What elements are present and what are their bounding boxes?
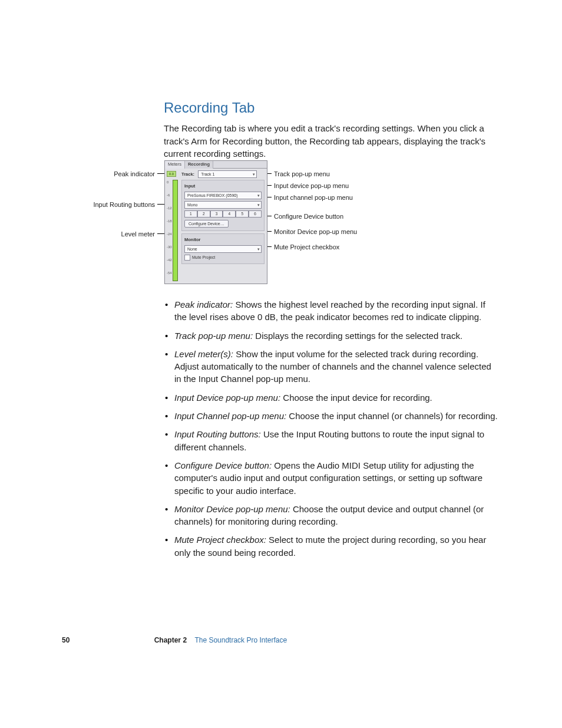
input-routing-buttons: 1 2 3 4 5 6 xyxy=(184,210,262,218)
track-label: Track: xyxy=(181,172,194,178)
callout-track-popup: Track pop-up menu xyxy=(274,170,330,179)
definition-term: Level meter(s): xyxy=(174,349,233,359)
definition-item: Configure Device button: Opens the Audio… xyxy=(164,459,500,497)
callout-configure-device-button: Configure Device button xyxy=(274,212,343,222)
definition-term: Peak indicator: xyxy=(174,299,233,309)
intro-paragraph: The Recording tab is where you edit a tr… xyxy=(164,122,500,160)
definition-list: Peak indicator: Shows the highest level … xyxy=(164,298,500,559)
definition-desc: Choose the input device for recording. xyxy=(280,393,432,403)
input-label: Input xyxy=(184,183,195,190)
definition-item: Monitor Device pop-up menu: Choose the o… xyxy=(164,503,500,528)
callout-mute-project-checkbox: Mute Project checkbox xyxy=(274,243,339,252)
meter-tick: -30 xyxy=(167,245,172,250)
chapter-label: Chapter 2 xyxy=(154,636,187,644)
monitor-section: Monitor None Mute Project xyxy=(181,233,265,264)
callout-peak-indicator: Peak indicator xyxy=(91,170,155,179)
monitor-label: Monitor xyxy=(184,237,201,243)
mute-project-checkbox[interactable]: Mute Project xyxy=(184,255,262,261)
definition-term: Mute Project checkbox: xyxy=(174,535,266,545)
page-number: 50 xyxy=(62,636,70,644)
input-section: Input PreSonus FIREBOX (0590) Mono 1 2 3… xyxy=(181,180,265,231)
definition-item: Level meter(s): Show the input volume fo… xyxy=(164,348,500,386)
input-device-popup[interactable]: PreSonus FIREBOX (0590) xyxy=(184,192,262,199)
definition-item: Peak indicator: Shows the highest level … xyxy=(164,298,500,324)
section-heading: Recording Tab xyxy=(164,98,500,118)
meter-tick: -42 xyxy=(167,258,172,263)
callout-input-routing-buttons: Input Routing buttons xyxy=(91,200,155,210)
recording-panel: MetersRecording 0.0 0 -6 -12 -18 -24 -30… xyxy=(164,160,267,284)
definition-desc: Choose the input channel (or channels) f… xyxy=(286,411,498,421)
definition-term: Configure Device button: xyxy=(174,460,272,470)
definition-term: Input Device pop-up menu: xyxy=(174,393,280,403)
definition-item: Input Device pop-up menu: Choose the inp… xyxy=(164,391,500,404)
meter-tick: -12 xyxy=(167,206,172,211)
input-channel-popup[interactable]: Mono xyxy=(184,201,262,209)
callout-level-meter: Level meter xyxy=(91,230,155,239)
routing-button[interactable]: 5 xyxy=(236,210,249,218)
tab-meters[interactable]: Meters xyxy=(165,161,185,169)
definition-desc: Displays the recording settings for the … xyxy=(253,331,462,341)
meter-tick: -24 xyxy=(167,232,172,237)
track-popup-menu[interactable]: Track 1 xyxy=(198,170,257,178)
monitor-device-popup[interactable]: None xyxy=(184,245,262,253)
routing-button[interactable]: 2 xyxy=(197,210,210,218)
definition-item: Track pop-up menu: Displays the recordin… xyxy=(164,330,500,342)
callout-monitor-device-popup: Monitor Device pop-up menu xyxy=(274,228,357,237)
peak-indicator: 0.0 xyxy=(167,171,176,177)
routing-button[interactable]: 3 xyxy=(210,210,223,218)
figure-recording-tab: Peak indicator Input Routing buttons Lev… xyxy=(91,160,504,290)
definition-term: Track pop-up menu: xyxy=(174,331,253,341)
definition-term: Input Routing buttons: xyxy=(174,429,261,439)
definition-term: Monitor Device pop-up menu: xyxy=(174,504,290,514)
routing-button[interactable]: 4 xyxy=(223,210,236,218)
tab-recording[interactable]: Recording xyxy=(185,161,213,169)
routing-button[interactable]: 6 xyxy=(249,210,262,218)
routing-button[interactable]: 1 xyxy=(184,210,197,218)
meter-tick: -6 xyxy=(167,193,170,198)
chapter-title: The Soundtrack Pro Interface xyxy=(194,636,287,644)
callout-input-channel-popup: Input channel pop-up menu xyxy=(274,193,353,203)
meter-tick: -18 xyxy=(167,219,172,224)
page-footer: 50 Chapter 2 The Soundtrack Pro Interfac… xyxy=(62,635,498,645)
mute-project-label: Mute Project xyxy=(192,255,215,259)
definition-item: Input Channel pop-up menu: Choose the in… xyxy=(164,410,500,422)
meter-tick: 0 xyxy=(167,180,168,185)
level-meter: 0 -6 -12 -18 -24 -30 -42 -54 xyxy=(167,180,178,281)
meter-tick: -54 xyxy=(167,271,172,276)
definition-term: Input Channel pop-up menu: xyxy=(174,411,286,421)
callout-input-device-popup: Input device pop-up menu xyxy=(274,182,349,191)
configure-device-button[interactable]: Configure Device… xyxy=(184,220,229,228)
definition-item: Mute Project checkbox: Select to mute th… xyxy=(164,533,500,559)
definition-item: Input Routing buttons: Use the Input Rou… xyxy=(164,428,500,453)
